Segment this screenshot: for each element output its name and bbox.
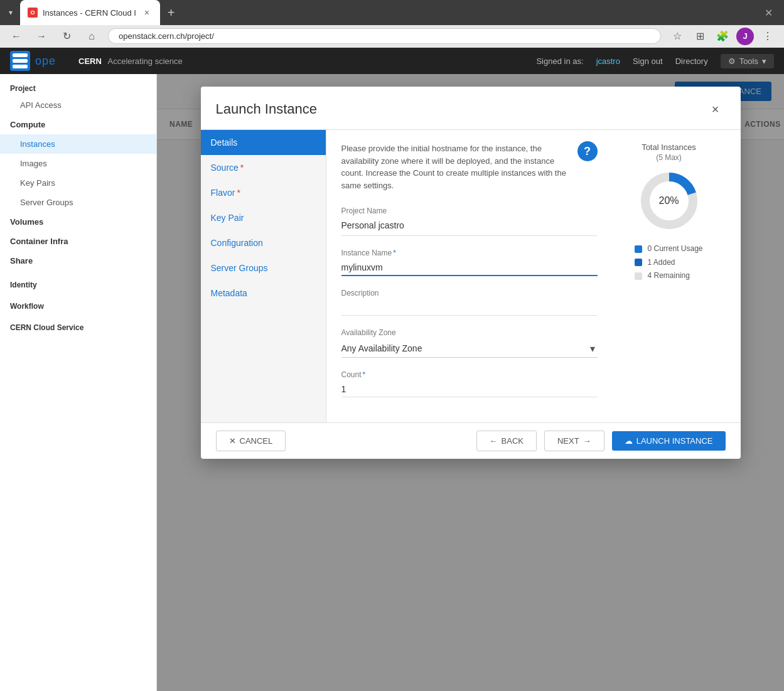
top-nav-right: Signed in as: jcastro Sign out Directory…: [536, 54, 774, 68]
tools-chevron-icon: ▾: [762, 56, 766, 66]
svg-rect-1: [13, 53, 28, 57]
modal-nav-flavor[interactable]: Flavor*: [201, 180, 326, 205]
availability-zone-select-wrapper: Any Availability Zone nova cern-geneva-a…: [341, 340, 598, 358]
back-button[interactable]: ←: [8, 28, 25, 45]
username-label: jcastro: [596, 56, 620, 66]
address-bar: ← → ↻ ⌂ ☆ ⊞ 🧩 J ⋮: [0, 25, 784, 48]
modal-nav-details[interactable]: Details: [201, 130, 326, 155]
sidebar-section-identity: Identity: [0, 271, 156, 292]
modal-nav-source[interactable]: Source*: [201, 155, 326, 180]
help-icon[interactable]: ?: [577, 141, 598, 161]
description-label: Description: [341, 289, 598, 297]
puzzle-icon[interactable]: 🧩: [714, 28, 731, 45]
legend-current-dot: [635, 245, 642, 253]
back-arrow-icon: ←: [490, 436, 498, 446]
sidebar-item-instances[interactable]: Instances: [0, 134, 156, 154]
sidebar-section-container-infra: Container Infra: [0, 232, 156, 251]
modal-overlay: Launch Instance × Details Source* Fl: [157, 74, 784, 691]
project-name-value: Personal jcastro: [341, 218, 598, 236]
legend-added: 1 Added: [635, 256, 702, 270]
tab-title: Instances - CERN Cloud I: [43, 8, 136, 18]
cern-brand: CERN Accelerating science: [78, 56, 183, 66]
profile-avatar[interactable]: J: [736, 28, 754, 45]
sidebar-section-workflow: Workflow: [0, 292, 156, 313]
donut-chart: 20%: [638, 169, 701, 232]
launch-instance-modal: Launch Instance × Details Source* Fl: [201, 87, 741, 459]
menu-icon[interactable]: ⋮: [759, 28, 776, 45]
modal-close-button[interactable]: ×: [706, 99, 726, 119]
instance-name-group: Instance Name *: [341, 249, 598, 276]
modal-form: Please provide the initial hostname for …: [341, 142, 598, 410]
cancel-button[interactable]: ✕ CANCEL: [216, 431, 286, 451]
modal-header: Launch Instance ×: [201, 87, 741, 130]
legend-current: 0 Current Usage: [635, 242, 702, 256]
description-input[interactable]: [341, 300, 598, 316]
chart-title: Total Instances: [642, 142, 696, 152]
chart-panel: Total Instances (5 Max): [613, 142, 726, 410]
next-button[interactable]: NEXT →: [544, 431, 604, 451]
active-tab[interactable]: O Instances - CERN Cloud I ×: [20, 0, 160, 25]
availability-zone-label: Availability Zone: [341, 328, 598, 337]
home-button[interactable]: ⌂: [83, 28, 100, 45]
project-name-group: Project Name Personal jcastro: [341, 206, 598, 236]
browser-chrome: ▾ O Instances - CERN Cloud I × + ✕: [0, 0, 784, 25]
tools-button[interactable]: ⚙ Tools ▾: [721, 54, 774, 68]
tab-close-button[interactable]: ×: [141, 7, 153, 18]
reload-button[interactable]: ↻: [58, 28, 75, 45]
legend-remaining-label: 4 Remaining: [647, 269, 689, 283]
forward-button[interactable]: →: [33, 28, 50, 45]
sidebar-item-key-pairs[interactable]: Key Pairs: [0, 173, 156, 193]
modal-form-area: Please provide the initial hostname for …: [326, 130, 741, 422]
toolbar-icons: ☆ ⊞ 🧩 J ⋮: [669, 28, 776, 45]
launch-instance-button[interactable]: ☁ LAUNCH INSTANCE: [612, 431, 726, 451]
sidebar: Project API Access Compute Instances Ima…: [0, 74, 157, 691]
description-group: Description: [341, 289, 598, 316]
donut-percentage-label: 20%: [658, 195, 679, 206]
svg-rect-3: [13, 65, 28, 68]
browser-dropdown[interactable]: ▾: [6, 6, 15, 19]
availability-zone-select[interactable]: Any Availability Zone nova cern-geneva-a…: [341, 340, 598, 357]
sidebar-item-api-access[interactable]: API Access: [0, 95, 156, 115]
info-section: Please provide the initial hostname for …: [341, 142, 598, 191]
back-button[interactable]: ← BACK: [476, 431, 537, 451]
legend-added-dot: [635, 259, 642, 266]
modal-nav-metadata[interactable]: Metadata: [201, 281, 326, 306]
count-input[interactable]: [341, 382, 598, 397]
modal-title: Launch Instance: [216, 101, 317, 117]
content-area: LAUNCH INSTANCE Name Image Name IP Addre…: [157, 74, 784, 691]
new-tab-button[interactable]: +: [160, 0, 183, 25]
bookmark-icon[interactable]: ☆: [669, 28, 686, 45]
sidebar-section-project: Project: [0, 74, 156, 95]
sidebar-section-volumes: Volumes: [0, 212, 156, 232]
brand: ope: [10, 51, 56, 71]
modal-nav-key-pair[interactable]: Key Pair: [201, 205, 326, 230]
next-arrow-icon: →: [583, 436, 591, 446]
tab-favicon: O: [28, 8, 38, 18]
project-name-label: Project Name: [341, 206, 598, 215]
instance-name-input[interactable]: [341, 260, 598, 276]
sidebar-item-images[interactable]: Images: [0, 154, 156, 173]
count-group: Count *: [341, 370, 598, 397]
sign-out-link[interactable]: Sign out: [633, 56, 663, 66]
instance-name-label: Instance Name *: [341, 249, 598, 257]
openstack-brand-text: ope: [35, 55, 56, 68]
directory-link[interactable]: Directory: [675, 56, 708, 66]
signed-in-label: Signed in as:: [536, 56, 583, 66]
legend-added-label: 1 Added: [647, 256, 675, 270]
sidebar-item-server-groups[interactable]: Server Groups: [0, 193, 156, 212]
openstack-logo-icon: [10, 51, 30, 71]
extensions-icon[interactable]: ⊞: [691, 28, 709, 45]
app-container: ope CERN Accelerating science Signed in …: [0, 48, 784, 691]
legend-current-label: 0 Current Usage: [647, 242, 702, 256]
tab-bar: O Instances - CERN Cloud I × +: [20, 0, 754, 25]
window-close-button[interactable]: ✕: [760, 4, 778, 21]
main-layout: Project API Access Compute Instances Ima…: [0, 74, 784, 691]
chart-subtitle: (5 Max): [656, 153, 682, 162]
modal-nav-configuration[interactable]: Configuration: [201, 230, 326, 255]
svg-rect-2: [13, 59, 28, 63]
count-label: Count *: [341, 370, 598, 379]
modal-body: Details Source* Flavor* Key Pair Configu…: [201, 130, 741, 422]
modal-nav-server-groups[interactable]: Server Groups: [201, 255, 326, 281]
address-input[interactable]: [108, 28, 661, 44]
sidebar-section-compute: Compute: [0, 115, 156, 134]
